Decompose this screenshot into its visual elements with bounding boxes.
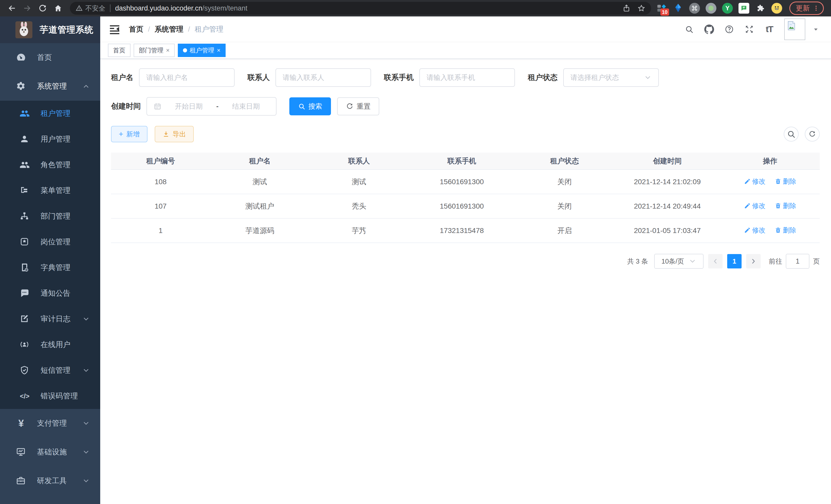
github-icon[interactable] — [704, 24, 714, 34]
search-button[interactable]: 搜索 — [289, 97, 331, 115]
sidebar-item-payment[interactable]: ¥ 支付管理 — [0, 409, 100, 438]
tags-view: 首页 部门管理 × 租户管理 × — [100, 42, 831, 59]
mobile-field[interactable] — [427, 74, 508, 82]
kite-extension-icon[interactable] — [673, 3, 684, 13]
y-extension-icon[interactable]: Y — [722, 3, 733, 13]
date-range-picker[interactable]: 开始日期 - 结束日期 — [146, 97, 277, 116]
profile-avatar-icon[interactable] — [771, 3, 782, 13]
status-placeholder: 请选择租户状态 — [570, 73, 619, 82]
goto-label: 前往 — [769, 257, 782, 266]
table-row: 1 芋道源码 芋艿 17321315478 开启 2021-01-05 17:0… — [111, 218, 820, 243]
delete-link[interactable]: 删除 — [775, 226, 796, 235]
tag-home[interactable]: 首页 — [108, 44, 131, 57]
pencil-icon — [744, 202, 751, 209]
browser-home-icon[interactable] — [51, 2, 65, 15]
page-number-1[interactable]: 1 — [727, 254, 742, 268]
cell-tenant-id: 107 — [111, 194, 210, 218]
prev-page-button[interactable] — [708, 254, 722, 268]
browser-reload-icon[interactable] — [36, 2, 49, 15]
status-select[interactable]: 请选择租户状态 — [563, 68, 659, 87]
goto-page-field[interactable] — [786, 258, 809, 265]
user-avatar[interactable] — [784, 19, 805, 40]
refresh-table-button[interactable] — [805, 127, 820, 142]
created-label: 创建时间 — [111, 101, 141, 112]
sidebar-item-dict[interactable]: 字典管理 — [0, 255, 100, 280]
status-label: 租户状态 — [528, 72, 557, 83]
sidebar-item-notice[interactable]: 通知公告 — [0, 280, 100, 306]
dict-book-icon — [20, 263, 30, 273]
tag-tenant[interactable]: 租户管理 × — [178, 44, 226, 57]
browser-back-icon[interactable] — [5, 2, 19, 15]
bookmark-star-icon[interactable] — [637, 4, 646, 12]
share-icon[interactable] — [622, 4, 631, 12]
edit-link[interactable]: 修改 — [744, 226, 766, 235]
mobile-input[interactable] — [419, 68, 515, 87]
page-suffix-label: 页 — [813, 257, 820, 266]
extensions-area: 10 Y — [656, 3, 782, 13]
goto-page-input[interactable] — [786, 254, 809, 269]
sidebar-fold-icon[interactable] — [109, 24, 120, 35]
contact-input[interactable] — [276, 68, 371, 87]
sidebar-item-dept[interactable]: 部门管理 — [0, 203, 100, 229]
edit-link[interactable]: 修改 — [744, 201, 766, 210]
delete-link[interactable]: 删除 — [775, 201, 796, 210]
sidebar-item-menu[interactable]: 菜单管理 — [0, 178, 100, 203]
chevron-down-icon — [82, 419, 90, 427]
sidebar-item-infrastructure[interactable]: 基础设施 — [0, 438, 100, 467]
table-row: 107 测试租户 秃头 15601691300 关闭 2021-12-14 20… — [111, 194, 820, 218]
font-size-icon[interactable]: tT — [764, 24, 774, 34]
address-bar[interactable]: 不安全 dashboard.yudao.iocoder.cn/system/te… — [70, 2, 651, 14]
breadcrumb-system[interactable]: 系统管理 — [155, 24, 183, 34]
cell-contact: 芋艿 — [309, 218, 408, 243]
cell-mobile: 15601691300 — [408, 170, 515, 194]
add-button-label: 新增 — [126, 130, 140, 139]
sidebar-item-home[interactable]: 首页 — [0, 43, 100, 72]
sidebar-item-post[interactable]: 岗位管理 — [0, 229, 100, 255]
sidebar-item-user[interactable]: 用户管理 — [0, 126, 100, 152]
pagination: 共 3 条 10条/页 1 前往 页 — [111, 254, 820, 269]
delete-link[interactable]: 删除 — [775, 177, 796, 186]
avatar-caret-down-icon[interactable] — [812, 25, 820, 33]
kebab-menu-icon[interactable] — [813, 5, 820, 11]
header-search-icon[interactable] — [684, 24, 694, 34]
tenant-name-field[interactable] — [146, 74, 227, 82]
sidebar-item-error-code[interactable]: </> 错误码管理 — [0, 383, 100, 409]
extensions-puzzle-icon[interactable] — [755, 3, 766, 13]
sidebar-item-online-user[interactable]: 在线用户 — [0, 332, 100, 358]
tag-close-icon[interactable]: × — [217, 47, 221, 54]
edit-link[interactable]: 修改 — [744, 177, 766, 186]
sidebar-item-audit-log[interactable]: 审计日志 — [0, 306, 100, 332]
command-extension-icon[interactable] — [689, 3, 700, 13]
chat-extension-icon[interactable] — [739, 3, 749, 13]
contact-field[interactable] — [283, 74, 364, 82]
cell-status: 关闭 — [515, 170, 614, 194]
sidebar-item-devtools[interactable]: 研发工具 — [0, 467, 100, 495]
breadcrumb-home[interactable]: 首页 — [129, 24, 143, 34]
export-button[interactable]: 导出 — [155, 126, 194, 142]
tenant-name-input[interactable] — [139, 68, 235, 87]
select-chevron-down-icon — [644, 74, 652, 82]
browser-update-button[interactable]: 更新 — [790, 2, 824, 15]
sidebar-item-system[interactable]: 系统管理 — [0, 72, 100, 101]
calendar-icon — [154, 102, 161, 110]
tab-manager-extension-icon[interactable]: 10 — [656, 3, 667, 13]
tag-dept[interactable]: 部门管理 × — [134, 44, 175, 57]
next-page-button[interactable] — [746, 254, 761, 268]
sidebar-item-sms[interactable]: 短信管理 — [0, 358, 100, 383]
app-logo-bar[interactable]: 芋道管理系统 — [0, 17, 100, 43]
reset-button-label: 重置 — [357, 102, 371, 111]
sidebar-item-role[interactable]: 角色管理 — [0, 152, 100, 178]
sidebar-item-tenant[interactable]: 租户管理 — [0, 101, 100, 126]
export-button-label: 导出 — [173, 130, 186, 139]
reset-button[interactable]: 重置 — [337, 97, 379, 115]
fullscreen-icon[interactable] — [744, 24, 754, 34]
toggle-search-button[interactable] — [784, 127, 799, 142]
recorder-extension-icon[interactable] — [706, 3, 716, 13]
system-submenu: 租户管理 用户管理 角色管理 菜单管理 部门管理 岗位管理 — [0, 101, 100, 409]
add-button[interactable]: + 新增 — [111, 126, 147, 142]
page-size-select[interactable]: 10条/页 — [654, 254, 704, 269]
security-label: 不安全 — [85, 4, 105, 13]
tag-close-icon[interactable]: × — [166, 47, 170, 54]
help-icon[interactable] — [724, 24, 735, 34]
browser-forward-icon[interactable] — [21, 2, 34, 15]
